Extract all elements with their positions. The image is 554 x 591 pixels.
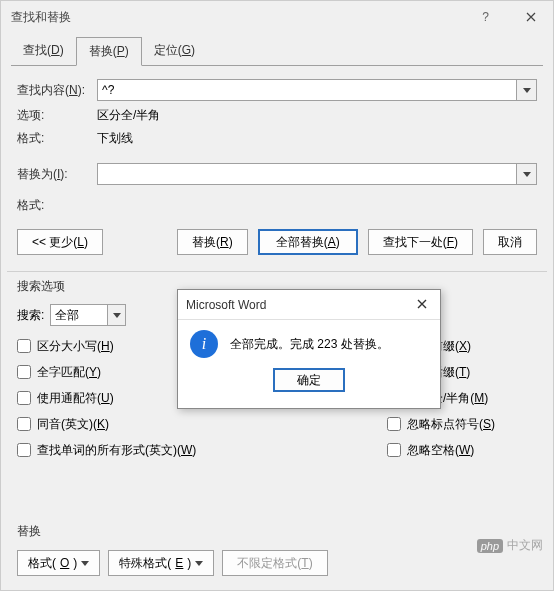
watermark-cn: 中文网 [507,537,543,554]
chevron-down-icon [195,561,203,566]
dialog-title: 查找和替换 [11,9,463,26]
replace-button[interactable]: 替换(R) [177,229,248,255]
checkbox-label: 同音(英文)(K) [37,416,109,433]
popup-title: Microsoft Word [186,298,412,312]
titlebar: 查找和替换 ? [1,1,553,33]
bottom-header: 替换 [17,521,537,542]
checkbox-left-3: 同音(英文)(K) [17,411,387,437]
find-dropdown[interactable] [517,79,537,101]
checkbox-label: 区分大小写(H) [37,338,114,355]
chevron-down-icon [113,313,121,318]
popup-close-button[interactable] [412,298,432,312]
format-value: 下划线 [97,130,537,147]
replace-dropdown[interactable] [517,163,537,185]
checkbox-label: 查找单词的所有形式(英文)(W) [37,442,196,459]
option-label: 选项: [17,107,97,124]
watermark-php: php [477,539,503,553]
checkbox-input[interactable] [17,365,31,379]
find-input[interactable] [97,79,517,101]
cancel-button[interactable]: 取消 [483,229,537,255]
chevron-down-icon [81,561,89,566]
popup-ok-button[interactable]: 确定 [273,368,345,392]
checkbox-right-4: 忽略空格(W) [387,437,537,463]
replace-combo [97,163,537,185]
checkbox-label: 忽略空格(W) [407,442,474,459]
checkbox-right-3: 忽略标点符号(S) [387,411,537,437]
checkbox-label: 忽略标点符号(S) [407,416,495,433]
checkbox-input[interactable] [387,417,401,431]
no-format-button[interactable]: 不限定格式(T) [222,550,327,576]
option-value: 区分全/半角 [97,107,537,124]
checkbox-input[interactable] [17,443,31,457]
checkbox-input[interactable] [17,391,31,405]
checkbox-label: 全字匹配(Y) [37,364,101,381]
replace-all-button[interactable]: 全部替换(A) [258,229,358,255]
info-icon: i [190,330,218,358]
replace-label: 替换为(I): [17,166,97,183]
search-direction-dropdown[interactable] [108,304,126,326]
close-icon [526,12,536,22]
tab-goto[interactable]: 定位(G) [142,37,207,66]
close-icon [417,299,427,309]
find-next-button[interactable]: 查找下一处(F) [368,229,473,255]
tab-bar: 查找(D) 替换(P) 定位(G) [11,37,543,66]
close-button[interactable] [508,1,553,33]
find-label: 查找内容(N): [17,82,97,99]
chevron-down-icon [523,88,531,93]
format-menu-button[interactable]: 格式(O) [17,550,100,576]
tab-replace[interactable]: 替换(P) [76,37,142,66]
format2-label: 格式: [17,197,97,214]
popup-message: 全部完成。完成 223 处替换。 [230,336,389,353]
help-button[interactable]: ? [463,1,508,33]
less-button[interactable]: << 更少(L) [17,229,103,255]
format-label: 格式: [17,130,97,147]
replace-input[interactable] [97,163,517,185]
special-menu-button[interactable]: 特殊格式(E) [108,550,214,576]
search-direction-select[interactable] [50,304,108,326]
find-combo [97,79,537,101]
watermark: php 中文网 [477,537,543,554]
tab-find[interactable]: 查找(D) [11,37,76,66]
search-direction-label: 搜索: [17,307,44,324]
checkbox-left-4: 查找单词的所有形式(英文)(W) [17,437,387,463]
checkbox-label: 使用通配符(U) [37,390,114,407]
message-popup: Microsoft Word i 全部完成。完成 223 处替换。 确定 [177,289,441,409]
checkbox-input[interactable] [17,339,31,353]
chevron-down-icon [523,172,531,177]
checkbox-input[interactable] [387,443,401,457]
checkbox-input[interactable] [17,417,31,431]
find-replace-dialog: 查找和替换 ? 查找(D) 替换(P) 定位(G) 查找内容(N): 选项: 区… [0,0,554,591]
